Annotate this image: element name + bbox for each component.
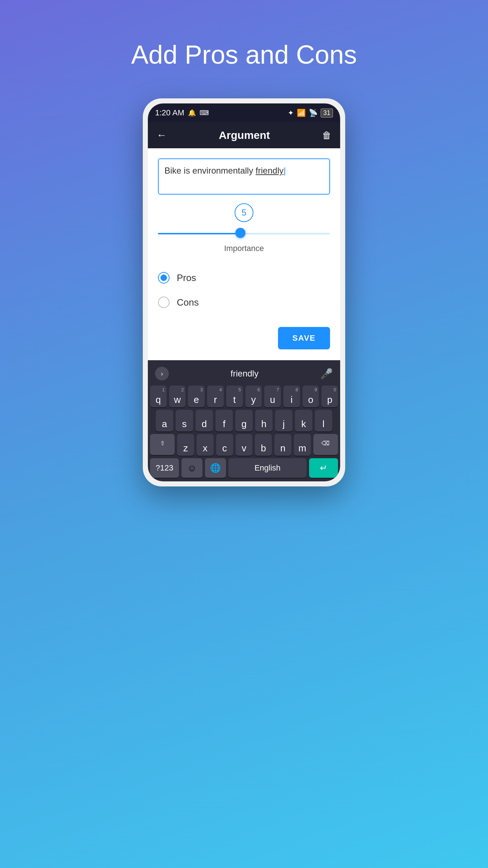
key-y[interactable]: 6y (245, 386, 262, 407)
key-f[interactable]: f (215, 410, 233, 431)
key-p[interactable]: 0p (321, 386, 338, 407)
keyboard-row-3: ⇧ z x c v b n m ⌫ (150, 434, 338, 456)
key-e[interactable]: 3e (188, 386, 205, 407)
slider-value-badge: 5 (235, 203, 253, 222)
key-s[interactable]: s (176, 410, 193, 431)
cons-label: Cons (177, 297, 199, 308)
keyboard-icon: ⌨ (200, 109, 209, 117)
phone-inner: 1:20 AM 🔔 ⌨ ✦ 📶 📡 31 ← Argument 🗑 Bike i… (148, 103, 340, 481)
status-time: 1:20 AM (155, 108, 184, 118)
app-bar: ← Argument 🗑 (148, 122, 340, 148)
key-h[interactable]: h (255, 410, 273, 431)
delete-button[interactable]: 🗑 (322, 130, 331, 141)
suggestion-bar: › friendly 🎤 (150, 364, 338, 386)
key-b[interactable]: b (255, 434, 272, 456)
cons-radio-button[interactable] (158, 297, 170, 308)
notification-icon: 🔔 (188, 109, 196, 117)
suggestion-expand-button[interactable]: › (155, 367, 169, 380)
input-cursor-word: friendly (256, 166, 283, 175)
save-button-row: SAVE (158, 327, 330, 353)
content-area: Bike is environmentally friendly 5 Impor… (148, 148, 340, 360)
signal-icon: 📶 (297, 109, 306, 117)
back-button[interactable]: ← (157, 129, 167, 141)
keyboard: › friendly 🎤 1q 2w 3e 4r 5t 6y 7u 8i 9o … (148, 360, 340, 481)
key-x[interactable]: x (197, 434, 214, 456)
app-bar-title: Argument (167, 129, 322, 141)
key-u[interactable]: 7u (264, 386, 281, 407)
key-c[interactable]: c (216, 434, 233, 456)
cons-radio-item[interactable]: Cons (158, 290, 330, 315)
slider-fill (158, 233, 240, 234)
key-a[interactable]: a (156, 410, 173, 431)
slider-track-wrapper[interactable] (158, 226, 330, 241)
key-n[interactable]: n (274, 434, 291, 456)
key-o[interactable]: 9o (303, 386, 319, 407)
keyboard-bottom-row: ?123 ☺ 🌐 English ↵ (150, 458, 338, 478)
pros-radio-button[interactable] (158, 272, 170, 284)
slider-label: Importance (224, 244, 264, 253)
pros-label: Pros (177, 272, 196, 284)
keyboard-row-1: 1q 2w 3e 4r 5t 6y 7u 8i 9o 0p (150, 386, 338, 407)
key-r[interactable]: 4r (207, 386, 224, 407)
key-m[interactable]: m (294, 434, 311, 456)
key-w[interactable]: 2w (169, 386, 186, 407)
key-i[interactable]: 8i (283, 386, 300, 407)
importance-slider-section: 5 Importance (158, 203, 330, 253)
slider-track (158, 233, 330, 234)
key-d[interactable]: d (196, 410, 213, 431)
enter-key[interactable]: ↵ (309, 458, 338, 478)
pros-cons-radio-group: Pros Cons (158, 262, 330, 318)
key-v[interactable]: v (236, 434, 253, 456)
key-k[interactable]: k (295, 410, 312, 431)
num-key[interactable]: ?123 (150, 458, 179, 478)
keyboard-row-2: a s d f g h j k l (150, 410, 338, 431)
wifi-icon: 📡 (309, 109, 318, 117)
argument-text-input[interactable]: Bike is environmentally friendly (158, 158, 330, 195)
battery-indicator: 31 (321, 109, 333, 118)
slider-thumb[interactable] (235, 228, 245, 238)
globe-key[interactable]: 🌐 (205, 458, 226, 478)
key-z[interactable]: z (177, 434, 194, 456)
key-q[interactable]: 1q (150, 386, 167, 407)
suggestion-word[interactable]: friendly (231, 369, 258, 379)
status-bar: 1:20 AM 🔔 ⌨ ✦ 📶 📡 31 (148, 103, 340, 122)
pros-radio-item[interactable]: Pros (158, 265, 330, 290)
text-cursor (283, 166, 286, 175)
page-title: Add Pros and Cons (131, 40, 357, 69)
pros-radio-inner (160, 275, 167, 281)
mic-button[interactable]: 🎤 (320, 368, 333, 380)
save-button[interactable]: SAVE (278, 327, 330, 349)
backspace-key[interactable]: ⌫ (313, 434, 338, 455)
key-g[interactable]: g (235, 410, 253, 431)
input-text: Bike is environmentally friendly (164, 166, 324, 176)
key-j[interactable]: j (275, 410, 292, 431)
language-key[interactable]: English (228, 458, 307, 478)
key-t[interactable]: 5t (226, 386, 243, 407)
emoji-key[interactable]: ☺ (181, 458, 202, 478)
bluetooth-icon: ✦ (288, 109, 294, 117)
key-l[interactable]: l (315, 410, 332, 431)
phone-shell: 1:20 AM 🔔 ⌨ ✦ 📶 📡 31 ← Argument 🗑 Bike i… (143, 98, 345, 486)
shift-key[interactable]: ⇧ (150, 434, 175, 455)
